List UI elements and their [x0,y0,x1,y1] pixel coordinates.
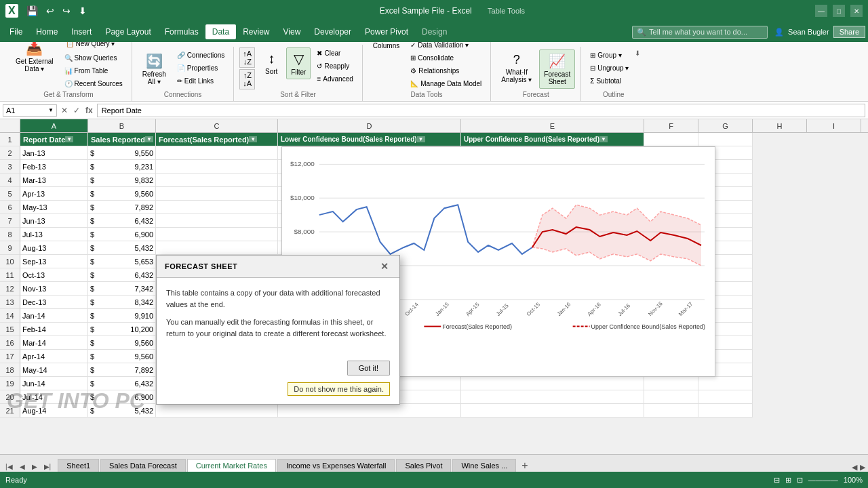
tab-sheet1[interactable]: Sheet1 [58,459,99,472]
menu-data[interactable]: Data [205,24,236,39]
col-header-e[interactable]: E [461,119,644,132]
cell-e19[interactable] [461,377,644,390]
menu-file[interactable]: File [3,24,29,39]
cell-a21[interactable]: Aug-14 [20,404,88,418]
cell-b17[interactable]: $ 9,560 [88,350,156,363]
cell-b3[interactable]: $ 9,231 [88,160,156,174]
cell-d21[interactable] [278,404,461,418]
name-box[interactable]: A1 ▼ [3,104,57,117]
consolidate-button[interactable]: ⊞ Consolidate [407,52,485,64]
dialog-close-button[interactable]: ✕ [378,261,392,272]
cell-c21[interactable] [156,404,278,418]
cell-b5[interactable]: $ 9,560 [88,187,156,201]
undo-button[interactable]: ↩ [43,4,57,18]
cell-a5[interactable]: Apr-13 [20,187,88,201]
tab-sales-pivot[interactable]: Sales Pivot [396,459,451,472]
get-external-data-button[interactable]: 📥 Get ExternalData ▾ [11,42,58,76]
cell-a13[interactable]: Dec-13 [20,296,88,309]
col-header-f[interactable]: F [644,119,698,132]
cell-b19[interactable]: $ 6,432 [88,377,156,390]
tab-prev-button[interactable]: ◀ [17,462,28,472]
minimize-button[interactable]: — [815,5,827,17]
clear-button[interactable]: ✖ Clear [313,47,356,59]
cell-f21[interactable] [644,404,698,418]
cell-b20[interactable]: $ 6,900 [88,390,156,404]
cell-b7[interactable]: $ 6,432 [88,214,156,228]
do-not-show-tooltip[interactable]: Do not show me this again. [288,382,390,396]
subtotal-button[interactable]: Σ Subtotal [587,75,632,87]
filter-dropdown-a1[interactable]: ▼ [65,136,73,142]
col-header-d[interactable]: D [278,119,461,132]
filter-dropdown-c1[interactable]: ▼ [249,136,257,142]
cell-c3[interactable] [156,160,278,174]
cell-c8[interactable] [156,228,278,241]
cell-b12[interactable]: $ 7,342 [88,282,156,296]
formula-input[interactable] [97,104,865,117]
cell-g20[interactable] [698,390,753,404]
cell-a6[interactable]: May-13 [20,201,88,214]
menu-design[interactable]: Design [415,24,454,39]
col-header-g[interactable]: G [698,119,753,132]
cell-b21[interactable]: $ 5,432 [88,404,156,418]
what-if-button[interactable]: ? What-IfAnalysis ▾ [496,49,536,87]
cell-c2[interactable] [156,146,278,160]
menu-formulas[interactable]: Formulas [158,24,205,39]
page-break-view-button[interactable]: ⊡ [797,476,803,485]
cell-b2[interactable]: $ 9,550 [88,146,156,160]
cell-f20[interactable] [644,390,698,404]
name-box-dropdown-icon[interactable]: ▼ [48,107,54,113]
cell-c1[interactable]: Forecast(Sales Reported) ▼ [156,133,278,146]
connections-button[interactable]: 🔗 Connections [174,49,229,61]
cell-a15[interactable]: Feb-14 [20,323,88,336]
confirm-formula-button[interactable]: ✓ [72,106,81,115]
menu-view[interactable]: View [277,24,308,39]
col-header-h[interactable]: H [753,119,807,132]
cell-b8[interactable]: $ 6,900 [88,228,156,241]
cell-b10[interactable]: $ 5,653 [88,255,156,268]
sort-za-button[interactable]: ↑Z↓A [239,69,255,89]
cell-a19[interactable]: Jun-14 [20,377,88,390]
outline-expand-button[interactable]: ⬇ [635,49,640,57]
tab-scroll-left-button[interactable]: ◀ [852,463,857,472]
normal-view-button[interactable]: ⊟ [774,476,780,485]
cell-b18[interactable]: $ 7,892 [88,363,156,377]
sort-az-button[interactable]: ↑A↓Z [239,47,255,68]
got-it-button[interactable]: Got it! [347,361,390,375]
cell-a10[interactable]: Sep-13 [20,255,88,268]
tab-next-button[interactable]: ▶ [29,462,40,472]
cell-a4[interactable]: Mar-13 [20,174,88,187]
menu-developer[interactable]: Developer [307,24,358,39]
share-button[interactable]: Share [833,26,865,38]
properties-button[interactable]: 📄 Properties [174,62,229,74]
col-header-i[interactable]: I [807,119,861,132]
cell-a14[interactable]: Jan-14 [20,309,88,323]
cell-g21[interactable] [698,404,753,418]
cell-g1[interactable] [698,133,753,146]
cell-a1[interactable]: Report Date ▼ [20,133,88,146]
cell-g19[interactable] [698,377,753,390]
cell-a3[interactable]: Feb-13 [20,160,88,174]
filter-dropdown-e1[interactable]: ▼ [599,136,608,142]
col-header-b[interactable]: B [88,119,156,132]
cell-c7[interactable] [156,214,278,228]
cell-a17[interactable]: Apr-14 [20,350,88,363]
tab-first-button[interactable]: |◀ [3,462,16,472]
cell-e21[interactable] [461,404,644,418]
redo-button[interactable]: ↪ [60,4,73,18]
group-button[interactable]: ⊞ Group ▾ [587,49,632,61]
cell-a7[interactable]: Jun-13 [20,214,88,228]
cell-f1[interactable] [644,133,698,146]
cell-f19[interactable] [644,377,698,390]
cell-c9[interactable] [156,241,278,255]
ungroup-button[interactable]: ⊟ Ungroup ▾ [587,62,632,74]
filter-button[interactable]: ▽ Filter [286,47,311,79]
tab-last-button[interactable]: ▶| [41,462,54,472]
cell-b6[interactable]: $ 7,892 [88,201,156,214]
cell-b9[interactable]: $ 5,432 [88,241,156,255]
forecast-sheet-button[interactable]: 📈 ForecastSheet [539,49,575,89]
cell-b13[interactable]: $ 8,342 [88,296,156,309]
ribbon-search-box[interactable]: 🔍 Tell me what you want to do... [632,26,768,39]
tab-wine-sales[interactable]: Wine Sales ... [452,459,516,472]
tab-current-market-rates[interactable]: Current Market Rates [187,459,276,472]
menu-review[interactable]: Review [236,24,276,39]
